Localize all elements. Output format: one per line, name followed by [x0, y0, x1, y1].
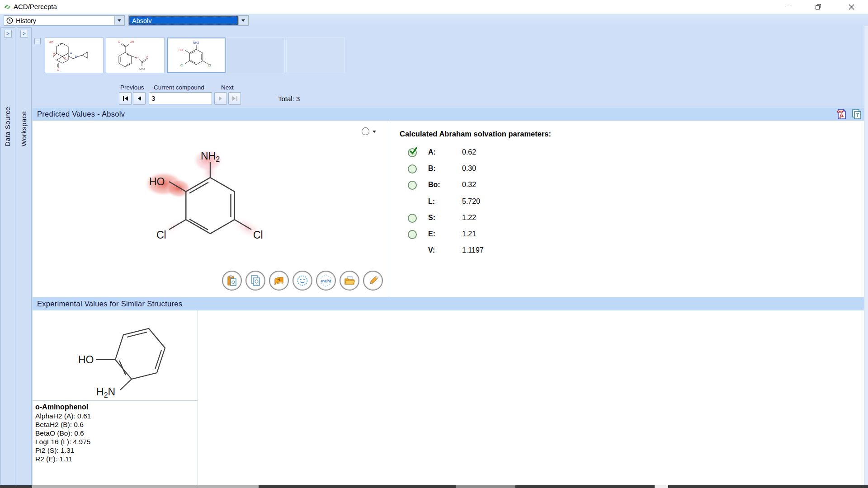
similar-structure-canvas[interactable]: HO H2N: [38, 314, 194, 398]
cell-divider: [198, 310, 198, 485]
collapse-strip-button[interactable]: −: [34, 38, 41, 44]
copy-text-icon: T: [851, 108, 862, 120]
next-icon: [218, 96, 223, 101]
inchi-icon: InChI: [319, 274, 333, 287]
history-combo[interactable]: History: [4, 15, 125, 26]
compound-thumbnail-empty[interactable]: [286, 38, 345, 73]
pdf-icon: [836, 108, 847, 120]
maximize-button[interactable]: [809, 0, 828, 14]
similar-compound-name: o-Aminophenol: [35, 403, 88, 411]
history-combo-label: History: [16, 17, 36, 24]
module-combo-arrow[interactable]: [238, 16, 248, 25]
last-compound-button[interactable]: [228, 92, 241, 105]
hydroxyl-label: HO: [78, 354, 94, 366]
total-count: Total: 3: [278, 95, 300, 103]
svg-text:HO: HO: [49, 41, 53, 44]
svg-text:O: O: [118, 40, 120, 43]
svg-text:InChI: InChI: [321, 279, 330, 283]
current-compound-input[interactable]: [149, 92, 212, 104]
copy-structure-button[interactable]: [245, 271, 265, 291]
svg-text:NH2: NH2: [193, 41, 199, 44]
open-file-button[interactable]: [340, 271, 359, 291]
experimental-values-title: Experimental Values for Similar Structur…: [37, 300, 182, 308]
minimize-icon: [785, 7, 791, 7]
module-combo[interactable]: Absolv: [128, 15, 249, 26]
similar-property: AlphaH2 (A): 0.61: [35, 412, 91, 420]
expand-panel-button[interactable]: >: [4, 30, 12, 38]
taskbar-segment: [0, 485, 32, 488]
param-radio-B[interactable]: [408, 164, 417, 174]
restore-icon: [816, 4, 821, 10]
sidebar-tab-workspace[interactable]: > Workspace: [17, 27, 32, 485]
open-folder-icon: [344, 275, 356, 287]
param-value: 1.1197: [462, 246, 484, 254]
param-label: V:: [428, 246, 435, 254]
similar-property: BetaO (Bo): 0.6: [35, 429, 84, 437]
check-icon: [408, 145, 420, 157]
expand-icon: >: [23, 31, 25, 36]
svg-text:O: O: [136, 56, 138, 60]
app-logo-icon: [4, 3, 11, 11]
smiles-button[interactable]: [292, 271, 312, 291]
first-compound-button[interactable]: [119, 92, 132, 105]
expand-icon: >: [6, 31, 9, 36]
param-value: 0.30: [462, 164, 476, 173]
inchi-button[interactable]: InChI: [316, 271, 336, 291]
paste-structure-button[interactable]: [222, 271, 242, 291]
param-radio-Bo[interactable]: [408, 181, 417, 190]
export-pdf-button[interactable]: [836, 108, 847, 120]
edit-structure-button[interactable]: [363, 271, 383, 291]
close-button[interactable]: [842, 0, 861, 14]
svg-text:O: O: [146, 56, 148, 59]
last-icon: [232, 96, 238, 101]
history-combo-arrow[interactable]: [114, 16, 124, 25]
chevron-down-icon: [373, 131, 376, 133]
main-structure-canvas[interactable]: NH2 HO Cl Cl: [140, 133, 353, 264]
highlight-mode-button[interactable]: [362, 127, 369, 135]
taskbar-segment: [668, 485, 868, 488]
taskbar-segment: [456, 485, 515, 488]
params-title: Calculated Abraham solvation parameters:: [400, 130, 551, 138]
param-radio-S[interactable]: [408, 214, 417, 223]
param-value: 1.22: [462, 214, 476, 222]
structure-thumbnail: O OH O O CH3: [106, 38, 164, 73]
sidebar-tab-data-source[interactable]: > Data Source: [0, 27, 15, 485]
compound-thumbnail-2[interactable]: O OH O O CH3: [106, 38, 165, 73]
minimize-button[interactable]: [778, 0, 797, 14]
copy-report-button[interactable]: T: [851, 108, 862, 120]
structure-thumbnail: NH2 HO Cl Cl: [168, 38, 225, 72]
chlorine-left-label: Cl: [156, 229, 166, 241]
compound-thumbnail-3-selected[interactable]: NH2 HO Cl Cl: [167, 38, 226, 73]
highlight-mode-arrow[interactable]: [373, 131, 376, 133]
similar-property: Pi2 (S): 1.31: [35, 446, 74, 455]
previous-label: Previous: [120, 84, 144, 91]
sidebar-tab-label: Workspace: [20, 40, 28, 146]
copy-structure-icon: [250, 275, 261, 286]
book-icon: [273, 275, 285, 287]
benzene-ring: [96, 328, 165, 390]
titlebar: ACD/Percepta: [0, 0, 868, 14]
param-value: 1.21: [462, 230, 476, 238]
panel-divider: [389, 121, 389, 297]
predicted-values-header: Predicted Values - Absolv: [33, 107, 864, 121]
taskbar-segment: [259, 485, 456, 488]
clock-icon: [6, 17, 13, 24]
param-radio-E[interactable]: [408, 230, 417, 239]
param-value: 5.720: [462, 197, 480, 206]
pencil-icon: [367, 275, 379, 287]
expand-panel-button[interactable]: >: [20, 30, 28, 38]
compound-thumbnail-1[interactable]: HO O OH N O H: [45, 38, 104, 73]
next-compound-button[interactable]: [214, 92, 227, 105]
previous-compound-button[interactable]: [133, 92, 146, 105]
svg-text:O: O: [53, 53, 55, 56]
param-label: Bo:: [428, 181, 440, 189]
param-label: B:: [428, 164, 436, 173]
svg-text:OH: OH: [130, 40, 134, 43]
structure-thumbnail: HO O OH N O H: [45, 38, 103, 73]
window-title: ACD/Percepta: [14, 3, 57, 10]
sidebar-tab-label: Data Source: [4, 40, 11, 146]
svg-text:CH3: CH3: [139, 67, 145, 70]
param-label: S:: [428, 214, 435, 222]
dictionary-button[interactable]: [269, 271, 289, 291]
compound-thumbnail-empty[interactable]: [226, 38, 285, 73]
